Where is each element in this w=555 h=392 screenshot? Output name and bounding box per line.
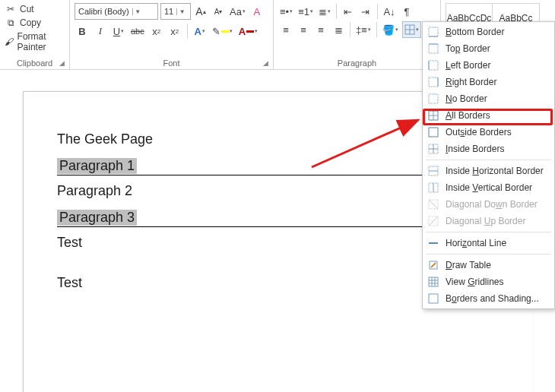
menu-item-label: Outside Borders — [446, 127, 512, 138]
selected-text: Paragraph 3 — [57, 210, 137, 226]
border-bottom-icon — [427, 26, 439, 38]
underline-button[interactable]: U▾ — [111, 23, 126, 40]
sort-icon: A↓ — [383, 6, 395, 17]
justify-button[interactable]: ≣ — [331, 21, 346, 38]
menu-item-label: All Borders — [446, 110, 490, 121]
border-menu-draw[interactable]: Draw Table — [423, 257, 554, 273]
border-none-icon — [427, 93, 439, 105]
border-menu-left[interactable]: Left Border — [423, 57, 554, 74]
svg-rect-3 — [429, 27, 438, 36]
chevron-down-icon: ▼ — [176, 8, 187, 15]
copy-icon: ⧉ — [5, 17, 17, 28]
border-all-icon — [427, 109, 439, 122]
change-case-button[interactable]: Aa▾ — [228, 3, 247, 20]
menu-item-label: Bottom Border — [446, 27, 504, 37]
bold-button[interactable]: B — [75, 23, 90, 40]
menu-item-label: View Gridlines — [446, 277, 504, 287]
cut-button[interactable]: ✂ Cut — [5, 4, 65, 14]
borders-button[interactable]: ▾ — [402, 21, 421, 38]
align-center-icon: ≡ — [300, 24, 306, 36]
numbering-icon: ≡1 — [298, 6, 309, 17]
menu-item-label: No Border — [446, 93, 487, 104]
paint-bucket-icon: 🪣 — [382, 24, 395, 36]
sort-button[interactable]: A↓ — [382, 3, 397, 20]
border-menu-inside[interactable]: Inside Borders — [423, 141, 554, 157]
border-menu-top[interactable]: Top Border — [423, 40, 554, 57]
borders-icon — [404, 24, 415, 35]
menu-item-label: Diagonal Down Border — [446, 199, 538, 210]
border-right-icon — [427, 76, 439, 88]
text-effects-button[interactable]: A▾ — [192, 23, 208, 40]
menu-item-label: Inside Horizontal Border — [446, 166, 544, 176]
menu-item-label: Inside Borders — [446, 144, 504, 154]
numbering-button[interactable]: ≡1▾ — [297, 3, 315, 20]
align-center-button[interactable]: ≡ — [296, 21, 311, 38]
menu-item-label: Top Border — [446, 43, 490, 54]
clipboard-launcher-icon[interactable]: ◢ — [59, 59, 65, 67]
superscript-button[interactable]: x2 — [167, 23, 182, 40]
svg-rect-5 — [429, 44, 438, 53]
border-menu-ih[interactable]: Inside Horizontal Border — [423, 163, 554, 179]
subscript-button[interactable]: x2 — [149, 23, 164, 40]
svg-rect-7 — [429, 61, 438, 70]
shrink-font-button[interactable]: A▾ — [211, 3, 226, 20]
menu-item-label: Inside Vertical Border — [446, 182, 532, 193]
format-painter-button[interactable]: 🖌 Format Painter — [5, 31, 65, 52]
line-spacing-icon: ‡≡ — [356, 24, 367, 36]
border-menu-right[interactable]: Right Border — [423, 74, 554, 90]
menu-separator — [426, 254, 551, 254]
bullets-button[interactable]: ≡•▾ — [278, 3, 294, 20]
multilevel-button[interactable]: ≣▾ — [317, 3, 332, 20]
group-paragraph-label: Paragraph — [338, 58, 376, 68]
increase-indent-button[interactable]: ⇥ — [358, 3, 373, 20]
border-menu-dlg[interactable]: Borders and Shading... — [423, 290, 554, 307]
font-size-combo[interactable]: 11 ▼ — [160, 3, 191, 20]
border-menu-all[interactable]: All Borders — [423, 107, 554, 124]
scissors-icon: ✂ — [5, 4, 17, 14]
copy-button[interactable]: ⧉ Copy — [5, 17, 65, 28]
align-left-button[interactable]: ≡ — [278, 21, 293, 38]
group-clipboard-label: Clipboard — [17, 58, 52, 68]
border-draw-icon — [427, 259, 439, 271]
svg-rect-36 — [429, 294, 438, 303]
font-color-button[interactable]: A▾ — [237, 23, 259, 40]
format-painter-label: Format Painter — [17, 31, 65, 52]
strikethrough-button[interactable]: abc — [129, 23, 146, 40]
svg-rect-9 — [429, 77, 438, 87]
group-paragraph: ≡•▾ ≡1▾ ≣▾ ⇤ ⇥ A↓ ¶ ≡ ≡ ≡ ≣ ‡≡▾ 🪣▾ ▾ — [274, 0, 441, 69]
group-font-label: Font — [163, 58, 179, 68]
border-menu-none[interactable]: No Border — [423, 90, 554, 107]
clear-formatting-button[interactable]: A — [249, 3, 265, 20]
border-du-icon — [427, 215, 439, 227]
border-menu-du: Diagonal Up Border — [423, 213, 554, 229]
svg-line-26 — [429, 200, 438, 209]
border-hz-icon — [427, 237, 439, 249]
multilevel-icon: ≣ — [319, 6, 327, 17]
border-menu-bottom[interactable]: Bottom Border — [423, 24, 554, 40]
highlight-button[interactable]: ✎▾ — [211, 23, 234, 40]
shading-button[interactable]: 🪣▾ — [381, 21, 400, 38]
border-menu-dd: Diagonal Down Border — [423, 196, 554, 213]
border-menu-grid[interactable]: View Gridlines — [423, 273, 554, 290]
svg-rect-16 — [429, 128, 438, 137]
menu-separator — [426, 232, 551, 232]
eraser-icon: A — [254, 6, 261, 17]
decrease-indent-button[interactable]: ⇤ — [341, 3, 356, 20]
menu-item-label: Left Border — [446, 60, 490, 71]
align-right-button[interactable]: ≡ — [313, 21, 328, 38]
indent-icon: ⇥ — [361, 6, 369, 17]
grow-font-button[interactable]: A▴ — [193, 3, 208, 20]
border-menu-iv[interactable]: Inside Vertical Border — [423, 179, 554, 196]
italic-button[interactable]: I — [93, 23, 108, 40]
border-menu-outside[interactable]: Outside Borders — [423, 124, 554, 141]
menu-separator — [426, 160, 551, 160]
border-dd-icon — [427, 198, 439, 210]
show-marks-button[interactable]: ¶ — [399, 3, 414, 20]
font-launcher-icon[interactable]: ◢ — [263, 59, 268, 67]
highlighter-icon: ✎ — [212, 26, 220, 37]
border-left-icon — [427, 59, 439, 71]
border-menu-hz[interactable]: Horizontal Line — [423, 235, 554, 251]
border-grid-icon — [427, 276, 439, 288]
font-name-combo[interactable]: Calibri (Body) ▼ — [75, 3, 158, 20]
line-spacing-button[interactable]: ‡≡▾ — [354, 21, 373, 38]
